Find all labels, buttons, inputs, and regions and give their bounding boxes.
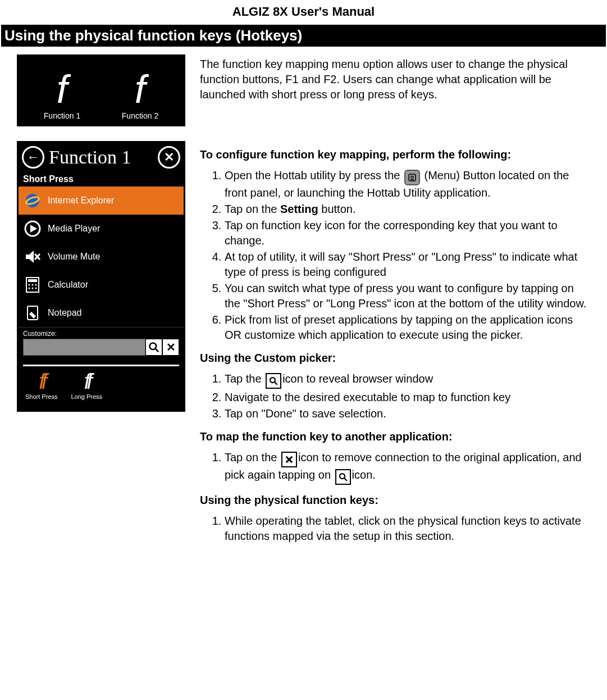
- f-glyph-icon: f: [25, 70, 99, 109]
- svg-marker-3: [30, 225, 37, 233]
- app-label: Calculator: [48, 280, 88, 290]
- app-label: Internet Explorer: [48, 196, 114, 206]
- mute-icon: [23, 247, 42, 266]
- map-heading: To map the function key to another appli…: [200, 429, 590, 444]
- calculator-icon: [23, 275, 42, 294]
- customize-label: Customize:: [19, 327, 184, 339]
- long-press-toggle[interactable]: ff Long Press: [71, 371, 102, 400]
- svg-marker-4: [26, 251, 34, 263]
- step: Tap on "Done" to save selection.: [225, 406, 590, 421]
- ie-icon: [23, 191, 42, 210]
- map-steps: Tap on the icon to remove connection to …: [200, 450, 590, 485]
- press-mode-label: Short Press: [19, 174, 184, 187]
- function2-icon: f Function 2: [103, 70, 177, 120]
- app-row-calculator[interactable]: Calculator: [19, 271, 184, 299]
- app-row-internet-explorer[interactable]: Internet Explorer: [19, 187, 184, 215]
- ff-icon: ff: [84, 370, 89, 393]
- back-icon[interactable]: ←: [22, 146, 44, 169]
- app-row-volume-mute[interactable]: Volume Mute: [19, 243, 184, 271]
- app-label: Media Player: [48, 224, 100, 234]
- section-heading: Using the physical function keys (Hotkey…: [1, 25, 606, 47]
- svg-point-10: [32, 284, 34, 286]
- doc-title: ALGIZ 8X User's Manual: [0, 0, 607, 25]
- svg-line-28: [344, 478, 347, 481]
- play-icon: [23, 219, 42, 238]
- svg-point-27: [340, 474, 345, 479]
- step: Tap on the icon to remove connection to …: [225, 450, 590, 485]
- svg-rect-8: [28, 279, 37, 282]
- browse-button[interactable]: [145, 339, 162, 356]
- x-icon: [281, 452, 297, 467]
- svg-point-17: [150, 343, 157, 350]
- step: Tap on function key icon for the corresp…: [225, 218, 590, 248]
- panel-title: Function 1: [44, 147, 158, 168]
- function1-label: Function 1: [25, 111, 99, 120]
- menu-icon: [404, 170, 420, 185]
- ff-icon: ff: [39, 370, 44, 393]
- configure-heading: To configure function key mapping, perfo…: [200, 147, 590, 162]
- physical-keys-heading: Using the physical function keys:: [200, 493, 590, 508]
- search-icon: [266, 373, 281, 389]
- step: While operating the tablet, click on the…: [225, 513, 590, 544]
- custom-picker-heading: Using the Custom picker:: [200, 351, 590, 366]
- custom-steps: Tap the icon to reveal browser window Na…: [200, 371, 590, 421]
- function1-icon: f Function 1: [25, 70, 99, 120]
- close-icon[interactable]: ✕: [158, 146, 180, 169]
- step: At top of utility, it will say "Short Pr…: [225, 249, 590, 280]
- clear-button[interactable]: ✕: [162, 339, 179, 356]
- svg-point-12: [29, 288, 30, 289]
- svg-marker-16: [29, 312, 36, 319]
- step: Open the Hottab utility by press the (Me…: [225, 168, 590, 201]
- short-press-label: Short Press: [25, 393, 57, 400]
- physical-steps: While operating the tablet, click on the…: [200, 513, 590, 544]
- search-icon: [335, 469, 351, 485]
- step: Tap the icon to reveal browser window: [225, 371, 590, 389]
- app-row-media-player[interactable]: Media Player: [19, 215, 184, 243]
- step: Pick from list of preset applications by…: [225, 312, 590, 343]
- svg-point-9: [29, 284, 30, 286]
- intro-paragraph: The function key mapping menu option all…: [200, 57, 590, 102]
- step: Tap on the Setting button.: [225, 202, 590, 217]
- screenshot-function-icons: f Function 1 f Function 2: [17, 54, 185, 126]
- app-label: Volume Mute: [48, 252, 100, 262]
- svg-point-13: [32, 288, 34, 289]
- divider: [23, 365, 179, 366]
- app-label: Notepad: [48, 308, 82, 318]
- svg-line-24: [275, 382, 277, 385]
- f-glyph-icon: f: [103, 70, 177, 109]
- function2-label: Function 2: [103, 111, 177, 120]
- step: You can switch what type of press you wa…: [225, 281, 590, 311]
- customize-input[interactable]: [23, 339, 145, 356]
- notepad-icon: [23, 303, 42, 322]
- svg-point-14: [35, 288, 37, 289]
- svg-point-23: [270, 378, 275, 383]
- step: Navigate to the desired executable to ma…: [225, 390, 590, 405]
- screenshot-function1-panel: ← Function 1 ✕ Short Press Internet Expl…: [17, 141, 185, 412]
- svg-point-11: [35, 284, 37, 286]
- app-row-notepad[interactable]: Notepad: [19, 299, 184, 327]
- short-press-toggle[interactable]: ff Short Press: [25, 371, 57, 400]
- svg-line-18: [156, 349, 159, 352]
- long-press-label: Long Press: [71, 393, 102, 400]
- configure-steps: Open the Hottab utility by press the (Me…: [200, 168, 590, 343]
